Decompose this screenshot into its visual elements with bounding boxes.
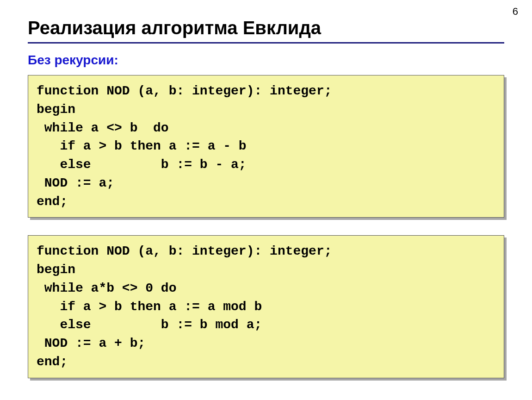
slide-title: Реализация алгоритма Евклида <box>28 18 504 38</box>
code-block-subtraction: function NOD (a, b: integer): integer; b… <box>28 75 504 218</box>
page-number: 6 <box>513 6 518 18</box>
subtitle: Без рекурсии: <box>28 53 504 68</box>
code-block-modulo: function NOD (a, b: integer): integer; b… <box>28 235 504 378</box>
title-underline <box>28 42 504 44</box>
